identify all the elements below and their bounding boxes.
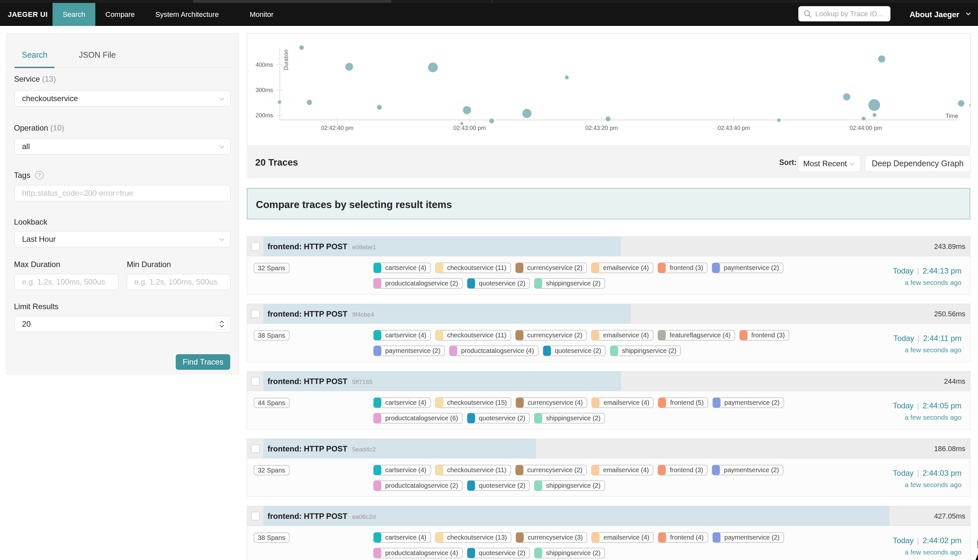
svg-text:Duration: Duration xyxy=(283,50,289,70)
svg-text:02:42:40 pm: 02:42:40 pm xyxy=(321,125,354,131)
svg-text:?: ? xyxy=(38,172,41,178)
svg-text:02:43:00 pm: 02:43:00 pm xyxy=(453,125,486,131)
svg-text:Time: Time xyxy=(946,113,958,119)
svg-text:02:43:20 pm: 02:43:20 pm xyxy=(585,125,618,131)
svg-text:200ms: 200ms xyxy=(255,112,273,118)
svg-text:300ms: 300ms xyxy=(255,87,273,93)
svg-text:02:43:40 pm: 02:43:40 pm xyxy=(718,125,750,131)
svg-text:02:44:00 pm: 02:44:00 pm xyxy=(849,125,882,131)
svg-text:400ms: 400ms xyxy=(255,62,273,68)
